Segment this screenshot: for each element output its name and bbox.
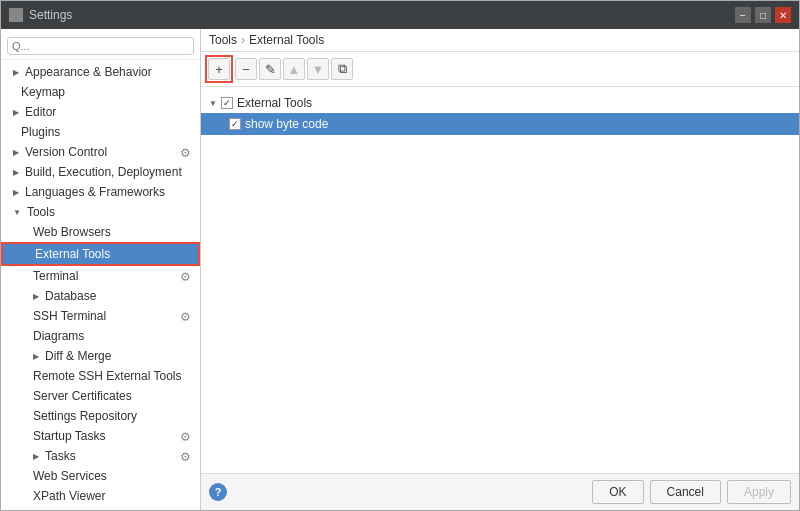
gear-icon: ⚙ — [180, 270, 192, 282]
window-title: Settings — [29, 8, 72, 22]
sidebar-item-tasks[interactable]: Tasks ⚙ — [1, 446, 200, 466]
move-up-button[interactable]: ▲ — [283, 58, 305, 80]
sidebar-item-label: Keymap — [21, 85, 65, 99]
sidebar-item-label: Database — [45, 289, 96, 303]
title-bar: Settings − □ ✕ — [1, 1, 799, 29]
sidebar-item-label: Terminal — [33, 269, 78, 283]
tree-item-show-byte-code[interactable]: show byte code — [201, 113, 799, 135]
copy-button[interactable]: ⧉ — [331, 58, 353, 80]
toolbar: + − ✎ ▲ ▼ ⧉ — [201, 52, 799, 87]
sidebar-item-ssh-terminal[interactable]: SSH Terminal ⚙ — [1, 306, 200, 326]
sidebar-item-appearance[interactable]: Appearance & Behavior — [1, 62, 200, 82]
sidebar-item-label: Server Certificates — [33, 389, 132, 403]
restore-button[interactable]: □ — [755, 7, 771, 23]
sidebar-item-startup-tasks[interactable]: Startup Tasks ⚙ — [1, 426, 200, 446]
sidebar-item-plugins[interactable]: Plugins — [1, 122, 200, 142]
remove-button[interactable]: − — [235, 58, 257, 80]
apply-button[interactable]: Apply — [727, 480, 791, 504]
sidebar-item-label: Languages & Frameworks — [25, 185, 165, 199]
breadcrumb-part2: External Tools — [249, 33, 324, 47]
sidebar-item-label: Settings Repository — [33, 409, 137, 423]
ok-button[interactable]: OK — [592, 480, 643, 504]
breadcrumb: Tools › External Tools — [201, 29, 799, 52]
tree-group-label: External Tools — [237, 96, 312, 110]
sidebar-item-version-control[interactable]: Version Control ⚙ — [1, 142, 200, 162]
sidebar-item-label: Web Services — [33, 469, 107, 483]
item-checkbox[interactable] — [229, 118, 241, 130]
sidebar-item-label: Version Control — [25, 145, 107, 159]
cancel-button[interactable]: Cancel — [650, 480, 721, 504]
tree-area: ▼ External Tools show byte code — [201, 87, 799, 473]
sidebar-item-label: Tools — [27, 205, 55, 219]
sidebar-item-label: XPath Viewer — [33, 489, 106, 503]
tree-item-label: show byte code — [245, 117, 328, 131]
title-bar-left: Settings — [9, 8, 72, 22]
sidebar-item-web-browsers[interactable]: Web Browsers — [1, 222, 200, 242]
sidebar-item-label: Appearance & Behavior — [25, 65, 152, 79]
sidebar-item-web-services[interactable]: Web Services — [1, 466, 200, 486]
sidebar-item-languages[interactable]: Languages & Frameworks — [1, 182, 200, 202]
sidebar-item-label: Tasks — [45, 449, 76, 463]
edit-button[interactable]: ✎ — [259, 58, 281, 80]
breadcrumb-part1: Tools — [209, 33, 237, 47]
sidebar-item-label: Editor — [25, 105, 56, 119]
settings-window: Settings − □ ✕ Appearance & Behavior Key… — [0, 0, 800, 511]
sidebar-item-label: Build, Execution, Deployment — [25, 165, 182, 179]
bottom-bar-right: OK Cancel Apply — [592, 480, 791, 504]
tree-group-header[interactable]: ▼ External Tools — [201, 93, 799, 113]
gear-icon: ⚙ — [180, 146, 192, 158]
minimize-button[interactable]: − — [735, 7, 751, 23]
main-panel: Tools › External Tools + − ✎ ▲ ▼ ⧉ ▼ — [201, 29, 799, 510]
content-area: Appearance & Behavior Keymap Editor Plug… — [1, 29, 799, 510]
sidebar-item-diff-merge[interactable]: Diff & Merge — [1, 346, 200, 366]
tree-group-external-tools: ▼ External Tools show byte code — [201, 91, 799, 137]
sidebar-item-remote-ssh[interactable]: Remote SSH External Tools — [1, 366, 200, 386]
gear-icon: ⚙ — [180, 450, 192, 462]
help-button[interactable]: ? — [209, 483, 227, 501]
bottom-bar-left: ? — [209, 483, 227, 501]
group-checkbox[interactable] — [221, 97, 233, 109]
sidebar-item-build-execution[interactable]: Build, Execution, Deployment — [1, 162, 200, 182]
settings-icon — [9, 8, 23, 22]
move-down-button[interactable]: ▼ — [307, 58, 329, 80]
sidebar-item-label: Diagrams — [33, 329, 84, 343]
sidebar-item-label: Startup Tasks — [33, 429, 105, 443]
sidebar: Appearance & Behavior Keymap Editor Plug… — [1, 29, 201, 510]
gear-icon: ⚙ — [180, 430, 192, 442]
sidebar-item-external-tools[interactable]: External Tools — [1, 242, 200, 266]
close-button[interactable]: ✕ — [775, 7, 791, 23]
sidebar-item-editor[interactable]: Editor — [1, 102, 200, 122]
breadcrumb-separator: › — [241, 33, 245, 47]
add-button[interactable]: + — [208, 58, 230, 80]
sidebar-item-label: Diff & Merge — [45, 349, 111, 363]
toolbar-highlight-box: + — [205, 55, 233, 83]
sidebar-item-label: Plugins — [21, 125, 60, 139]
sidebar-item-diagrams[interactable]: Diagrams — [1, 326, 200, 346]
title-bar-controls: − □ ✕ — [735, 7, 791, 23]
sidebar-item-terminal[interactable]: Terminal ⚙ — [1, 266, 200, 286]
tree-expand-arrow: ▼ — [209, 99, 217, 108]
sidebar-item-xpath-viewer[interactable]: XPath Viewer — [1, 486, 200, 506]
gear-icon: ⚙ — [180, 310, 192, 322]
sidebar-item-label: External Tools — [35, 247, 110, 261]
bottom-bar: ? OK Cancel Apply — [201, 473, 799, 510]
sidebar-item-label: Web Browsers — [33, 225, 111, 239]
sidebar-item-tools[interactable]: Tools — [1, 202, 200, 222]
sidebar-item-database[interactable]: Database — [1, 286, 200, 306]
sidebar-item-server-certs[interactable]: Server Certificates — [1, 386, 200, 406]
search-box — [1, 33, 200, 60]
sidebar-item-settings-repo[interactable]: Settings Repository — [1, 406, 200, 426]
search-input[interactable] — [7, 37, 194, 55]
sidebar-item-label: SSH Terminal — [33, 309, 106, 323]
sidebar-item-label: Remote SSH External Tools — [33, 369, 182, 383]
sidebar-item-keymap[interactable]: Keymap — [1, 82, 200, 102]
